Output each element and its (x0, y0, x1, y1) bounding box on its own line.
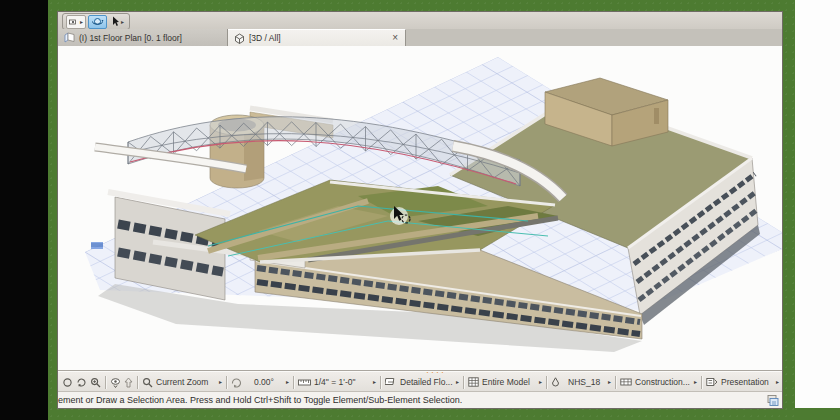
rotation-value: 0.00° (245, 377, 283, 387)
menu-arrow-icon: ▸ (539, 379, 542, 385)
viewport-3d[interactable] (58, 46, 782, 371)
zoom-in-icon (90, 377, 101, 388)
look-to-icon (110, 377, 121, 388)
pan-icon (62, 377, 73, 388)
graphic-override-control[interactable]: Presentation ▸ (702, 372, 782, 392)
building-model-scene (58, 46, 782, 371)
orientation-control[interactable]: 0.00° ▸ (227, 372, 293, 392)
select-arrow-button[interactable]: ▸ (109, 16, 126, 28)
rotate-icon (231, 377, 242, 388)
current-zoom-control[interactable]: Current Zoom ▸ (138, 372, 226, 392)
archicad-window: ▸ ▸ (I) 1st Floor P (58, 12, 782, 408)
orbit-button[interactable] (88, 15, 107, 29)
layers-icon (620, 377, 632, 387)
video-background-bottom (795, 408, 840, 420)
status-bar: ement or Draw a Selection Area. Press an… (58, 391, 782, 408)
tab-label: [3D / All] (249, 33, 281, 43)
background-right (795, 0, 840, 408)
cursor-arrow-icon (111, 16, 120, 27)
cube-3d-icon (234, 33, 245, 44)
menu-arrow-icon: ▸ (373, 379, 376, 385)
status-message: ement or Draw a Selection Area. Press an… (58, 395, 462, 405)
tab-bar: (I) 1st Floor Plan [0. 1 floor] [3D / Al… (58, 29, 782, 46)
scale-value: 1/4" = 1'-0" (314, 377, 370, 387)
up-arrow-icon (124, 377, 133, 388)
scale-control[interactable]: 1/4" = 1'-0" ▸ (294, 372, 380, 392)
flyout-arrow-icon: ▸ (121, 19, 124, 25)
tab-bar-empty (406, 29, 782, 46)
current-zoom-label: Current Zoom (156, 377, 216, 387)
model-view-icon (385, 377, 397, 387)
tab-close-icon[interactable]: × (391, 33, 399, 43)
layer-combination-control[interactable]: Construction... ▸ (616, 372, 701, 392)
origin-marker (91, 242, 103, 249)
model-view-options-control[interactable]: Detailed Flo... ▸ (381, 372, 463, 392)
layer-combination-label: Construction... (635, 377, 691, 387)
magnifier-icon (142, 377, 153, 388)
tab-3d-all[interactable]: [3D / All] × (228, 29, 406, 46)
flyout-arrow-icon: ▸ (80, 19, 83, 25)
orbit-icon (91, 16, 104, 27)
graphic-override-icon (706, 377, 718, 387)
ruler-icon (298, 378, 311, 387)
menu-arrow-icon: ▸ (608, 379, 611, 385)
menu-arrow-icon: ▸ (776, 379, 779, 385)
navigation-mini-toolbar: ▸ ▸ (62, 13, 130, 30)
structure-filter-control[interactable]: Entire Model ▸ (464, 372, 546, 392)
menu-arrow-icon: ▸ (694, 379, 697, 385)
tab-first-floor-plan[interactable]: (I) 1st Floor Plan [0. 1 floor] (58, 29, 228, 46)
pen-set-icon (551, 377, 560, 388)
tab-label: (I) 1st Floor Plan [0. 1 floor] (79, 33, 182, 43)
bottom-toolbar: Current Zoom ▸ 0.00° ▸ 1/4" = 1'-0" ▸ De… (58, 371, 782, 392)
structure-filter-icon (468, 377, 479, 387)
graphic-override-label: Presentation (721, 377, 773, 387)
letterbox-left (0, 0, 48, 420)
menu-arrow-icon: ▸ (219, 379, 222, 385)
tool-options-icon (69, 18, 79, 26)
zoom-tools-group[interactable] (58, 372, 105, 392)
menu-arrow-icon: ▸ (286, 379, 289, 385)
pen-set-control[interactable]: NHS_18 ▸ (547, 372, 615, 392)
orbit-small-icon (76, 377, 87, 388)
view-tools-group[interactable] (106, 372, 137, 392)
model-view-label: Detailed Flo... (400, 377, 453, 387)
structure-filter-label: Entire Model (482, 377, 536, 387)
status-indicator-icon[interactable] (766, 394, 779, 407)
tool-options-button[interactable]: ▸ (66, 15, 86, 29)
menu-arrow-icon: ▸ (456, 379, 459, 385)
top-toolbar: ▸ ▸ (58, 12, 782, 29)
pen-set-label: NHS_18 (563, 377, 605, 387)
floor-plan-icon (64, 32, 75, 43)
toolbar-drag-handle[interactable]: ···· (426, 368, 446, 377)
